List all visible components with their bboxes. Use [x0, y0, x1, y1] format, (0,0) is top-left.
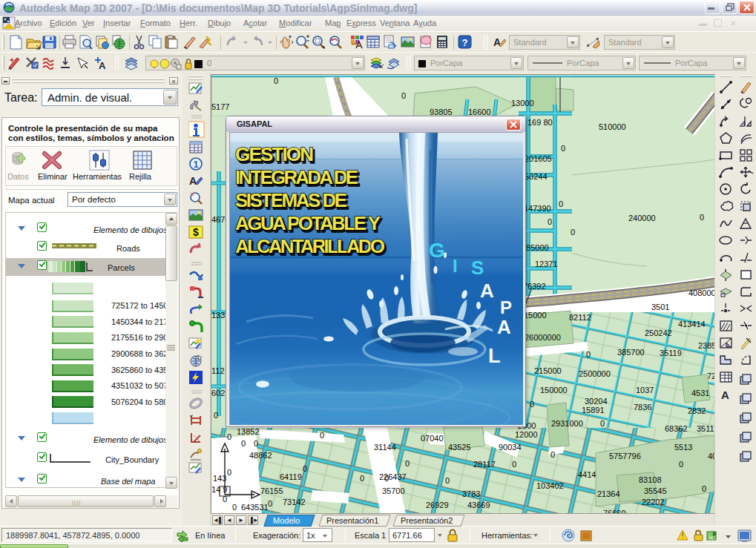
svg-text:$: $	[193, 226, 199, 238]
svg-text:35545: 35545	[644, 486, 667, 495]
svg-text:23859: 23859	[698, 341, 715, 350]
svg-text:147390: 147390	[524, 204, 551, 213]
svg-text:0: 0	[303, 464, 307, 473]
svg-text:13000: 13000	[511, 99, 534, 108]
svg-text:0: 0	[679, 460, 683, 469]
svg-text:3501: 3501	[651, 303, 669, 311]
svg-text:76392: 76392	[523, 282, 546, 291]
svg-text:385700: 385700	[617, 348, 645, 357]
svg-text:2500000: 2500000	[579, 369, 611, 378]
svg-text:76155: 76155	[260, 486, 283, 495]
svg-text:112: 112	[211, 366, 225, 375]
svg-text:15891: 15891	[582, 406, 605, 415]
svg-text:133: 133	[211, 311, 225, 320]
svg-text:G: G	[429, 239, 445, 262]
svg-text:15000: 15000	[524, 311, 547, 320]
svg-text:143: 143	[213, 474, 226, 483]
svg-text:2832: 2832	[688, 406, 706, 415]
svg-text:408000: 408000	[688, 288, 715, 297]
svg-text:A: A	[497, 316, 511, 338]
svg-text:4414: 4414	[578, 470, 596, 479]
svg-text:413414: 413414	[678, 320, 706, 329]
svg-text:35119: 35119	[660, 349, 682, 357]
svg-text:169 80: 169 80	[527, 118, 553, 127]
svg-text:12371: 12371	[535, 260, 558, 268]
svg-text:14 9: 14 9	[211, 485, 227, 494]
svg-text:240000: 240000	[628, 214, 656, 222]
svg-text:83108: 83108	[639, 475, 662, 484]
svg-text:201605: 201605	[525, 154, 552, 163]
svg-text:250242: 250242	[645, 329, 672, 337]
svg-text:0: 0	[360, 474, 364, 483]
svg-text:90034: 90034	[499, 443, 522, 452]
svg-text:0: 0	[405, 459, 410, 468]
svg-text:21364: 21364	[597, 489, 620, 498]
svg-text:22202: 22202	[642, 498, 665, 506]
svg-text:I: I	[453, 256, 458, 276]
svg-text:13852: 13852	[237, 427, 260, 436]
svg-text:GESTION: GESTION	[235, 143, 314, 165]
svg-text:26929: 26929	[426, 501, 449, 509]
svg-text:602: 602	[211, 389, 225, 397]
svg-text:A: A	[721, 389, 729, 401]
svg-text:226437: 226437	[379, 472, 407, 481]
svg-text:5757796: 5757796	[609, 452, 641, 460]
svg-text:07040: 07040	[421, 434, 444, 443]
svg-text:A: A	[480, 280, 494, 302]
svg-text:643531: 643531	[241, 503, 269, 512]
svg-text:0: 0	[227, 468, 231, 477]
svg-text:AGUA POTABLE Y: AGUA POTABLE Y	[235, 212, 381, 234]
svg-text:0: 0	[561, 144, 565, 153]
svg-text:48862: 48862	[249, 451, 272, 460]
svg-text:73142: 73142	[283, 498, 306, 506]
svg-text:4531: 4531	[691, 389, 709, 397]
svg-text:?: ?	[462, 37, 468, 48]
svg-text:7836: 7836	[634, 403, 651, 412]
svg-text:103402: 103402	[536, 481, 564, 490]
svg-text:82112: 82112	[569, 313, 591, 322]
svg-text:0: 0	[401, 91, 406, 100]
svg-text:215000: 215000	[534, 366, 562, 375]
svg-text:0: 0	[559, 199, 563, 208]
svg-text:5177: 5177	[211, 102, 229, 111]
svg-text:0: 0	[445, 476, 450, 485]
svg-text:35700: 35700	[382, 486, 405, 495]
svg-text:S: S	[471, 257, 484, 279]
svg-text:150000: 150000	[540, 386, 568, 395]
svg-text:0: 0	[320, 431, 324, 440]
svg-text:0: 0	[254, 439, 258, 448]
svg-text:12000: 12000	[515, 430, 538, 439]
svg-text:0: 0	[550, 450, 555, 459]
svg-text:A: A	[99, 60, 106, 71]
svg-text:26000000: 26000000	[525, 333, 561, 342]
svg-text:2931000: 2931000	[551, 419, 583, 428]
svg-text:0: 0	[223, 495, 227, 504]
svg-text:ALCANTARILLADO: ALCANTARILLADO	[235, 235, 385, 257]
svg-text:L: L	[488, 345, 501, 367]
svg-text:3783: 3783	[462, 489, 480, 498]
svg-text:0: 0	[586, 350, 591, 359]
svg-text:INTEGRADA DE: INTEGRADA DE	[235, 166, 358, 188]
svg-text:0: 0	[232, 503, 237, 512]
svg-text:28117: 28117	[473, 460, 496, 469]
svg-text:30204: 30204	[585, 397, 608, 406]
svg-text:31144: 31144	[374, 443, 396, 452]
svg-text:0: 0	[214, 411, 218, 420]
svg-text:0: 0	[571, 228, 575, 237]
svg-text:P: P	[500, 297, 512, 317]
svg-text:0: 0	[548, 217, 552, 226]
svg-text:0: 0	[227, 432, 231, 441]
svg-text:0: 0	[700, 213, 704, 222]
svg-text:64119: 64119	[280, 472, 302, 481]
svg-text:A: A	[189, 175, 197, 187]
svg-text:!: !	[682, 532, 684, 540]
svg-text:35113: 35113	[697, 424, 715, 433]
svg-text:510000: 510000	[599, 122, 626, 131]
svg-text:68362: 68362	[665, 424, 688, 433]
svg-text:0: 0	[512, 460, 516, 469]
svg-text:0: 0	[702, 484, 706, 493]
svg-text:A: A	[493, 36, 501, 48]
svg-text:50244: 50244	[525, 172, 548, 181]
svg-text:SISTEMAS DE: SISTEMAS DE	[235, 189, 347, 211]
svg-text:0: 0	[241, 439, 246, 448]
